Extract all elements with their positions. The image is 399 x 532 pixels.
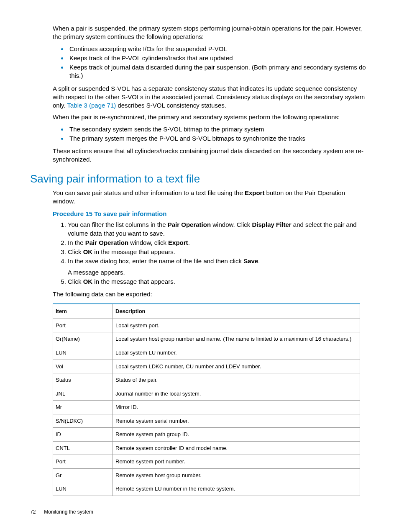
cell-item: CNTL: [53, 441, 113, 455]
bullet-list: The secondary system sends the S-VOL bit…: [30, 125, 369, 143]
paragraph: These actions ensure that all cylinders/…: [53, 147, 369, 164]
cell-description: Remote system controller ID and model na…: [113, 441, 360, 455]
col-description: Description: [113, 304, 360, 319]
text: .: [188, 239, 190, 246]
text: describes S-VOL consistency statuses.: [116, 102, 226, 109]
col-item: Item: [53, 304, 113, 319]
cell-description: Remote system path group ID.: [113, 428, 360, 442]
text: You can save pair status and other infor…: [53, 189, 245, 196]
list-item: The primary system merges the P-VOL and …: [68, 134, 369, 143]
ok-label: OK: [83, 278, 93, 285]
paragraph: When the pair is re-synchronized, the pr…: [53, 113, 369, 121]
footer-title: Monitoring the system: [44, 509, 93, 515]
cell-description: Local system LU number.: [113, 346, 360, 360]
table-row: VolLocal system LDKC number, CU number a…: [53, 360, 360, 373]
cell-description: Mirror ID.: [113, 401, 360, 414]
table-row: LUNRemote system LU number in the remote…: [53, 482, 360, 496]
text: In the: [68, 239, 85, 246]
cell-description: Status of the pair.: [113, 373, 360, 387]
cell-description: Remote system LU number in the remote sy…: [113, 482, 360, 496]
table-row: GrRemote system host group number.: [53, 468, 360, 482]
table-row: CNTLRemote system controller ID and mode…: [53, 441, 360, 455]
list-item: The secondary system sends the S-VOL bit…: [68, 125, 369, 134]
section-heading: Saving pair information to a text file: [30, 172, 369, 186]
text: in the message that appears.: [92, 248, 175, 255]
cell-item: LUN: [53, 482, 113, 496]
cell-item: Mr: [53, 401, 113, 414]
table-row: MrMirror ID.: [53, 401, 360, 414]
cell-item: Vol: [53, 360, 113, 373]
cell-item: JNL: [53, 387, 113, 401]
cell-description: Journal number in the local system.: [113, 387, 360, 401]
step-4: In the save dialog box, enter the name o…: [68, 257, 369, 277]
table-row: StatusStatus of the pair.: [53, 373, 360, 387]
table-row: LUNLocal system LU number.: [53, 346, 360, 360]
ordered-steps: You can filter the list columns in the P…: [30, 221, 369, 286]
page-footer: 72 Monitoring the system: [30, 509, 369, 515]
table-row: JNLJournal number in the local system.: [53, 387, 360, 401]
pair-operation-label: Pair Operation: [168, 221, 211, 228]
table-row: IDRemote system path group ID.: [53, 428, 360, 442]
table-row: PortLocal system port.: [53, 319, 360, 332]
paragraph: The following data can be exported:: [53, 290, 369, 298]
table-row: Gr(Name)Local system host group number a…: [53, 332, 360, 346]
paragraph: A split or suspended S-VOL has a separat…: [53, 85, 369, 110]
ok-label: OK: [83, 248, 93, 255]
cell-item: ID: [53, 428, 113, 442]
cell-item: S/N(LDKC): [53, 414, 113, 428]
list-item: Keeps track of the P-VOL cylinders/track…: [68, 54, 369, 62]
export-label: Export: [168, 239, 188, 246]
step-5: Click OK in the message that appears.: [68, 278, 369, 286]
text: in the message that appears.: [92, 278, 175, 285]
step-sub: A message appears.: [68, 268, 369, 277]
procedure-title: Procedure 15 To save pair information: [53, 210, 369, 218]
cell-description: Remote system host group number.: [113, 468, 360, 482]
cell-item: Status: [53, 373, 113, 387]
text: In the save dialog box, enter the name o…: [68, 257, 243, 265]
cell-item: LUN: [53, 346, 113, 360]
text: Click: [68, 248, 83, 255]
bullet-list: Continues accepting write I/Os for the s…: [30, 45, 369, 80]
text: .: [258, 257, 260, 265]
page-number: 72: [30, 509, 43, 515]
cell-item: Port: [53, 319, 113, 332]
step-3: Click OK in the message that appears.: [68, 248, 369, 256]
cell-description: Remote system serial number.: [113, 414, 360, 428]
text: You can filter the list columns in the: [68, 221, 168, 228]
table-header-row: Item Description: [53, 304, 360, 319]
cell-description: Local system host group number and name.…: [113, 332, 360, 346]
paragraph: You can save pair status and other infor…: [53, 189, 369, 206]
text: window, click: [128, 239, 168, 246]
cell-description: Local system port.: [113, 319, 360, 332]
paragraph: When a pair is suspended, the primary sy…: [53, 24, 369, 41]
list-item: Keeps track of journal data discarded du…: [68, 63, 369, 80]
export-label: Export: [245, 189, 265, 196]
cell-item: Port: [53, 455, 113, 469]
pair-operation-label: Pair Operation: [85, 239, 128, 246]
step-1: You can filter the list columns in the P…: [68, 221, 369, 238]
cell-item: Gr(Name): [53, 332, 113, 346]
cell-description: Local system LDKC number, CU number and …: [113, 360, 360, 373]
table-row: PortRemote system port number.: [53, 455, 360, 469]
cell-item: Gr: [53, 468, 113, 482]
save-label: Save: [243, 257, 258, 265]
text: window. Click: [211, 221, 252, 228]
export-data-table: Item Description PortLocal system port.G…: [53, 303, 360, 496]
table-row: S/N(LDKC)Remote system serial number.: [53, 414, 360, 428]
table-3-link[interactable]: Table 3 (page 71): [67, 102, 116, 109]
list-item: Continues accepting write I/Os for the s…: [68, 45, 369, 53]
display-filter-label: Display Filter: [252, 221, 291, 228]
cell-description: Remote system port number.: [113, 455, 360, 469]
text: Click: [68, 278, 83, 285]
step-2: In the Pair Operation window, click Expo…: [68, 239, 369, 247]
